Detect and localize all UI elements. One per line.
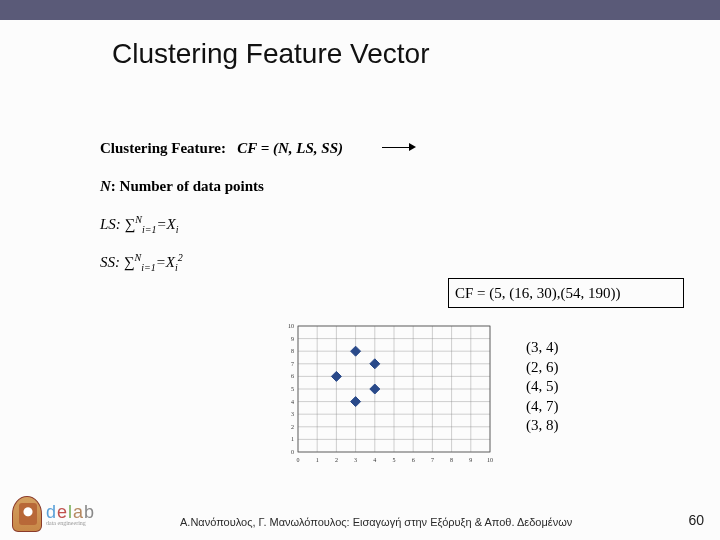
sigma-icon: ∑	[124, 254, 135, 270]
footer-text: Α.Νανόπουλος, Γ. Μανωλόπουλος: Εισαγωγή …	[180, 516, 572, 528]
svg-text:2: 2	[335, 457, 338, 463]
svg-text:2: 2	[291, 424, 294, 430]
cf-feature-line: Clustering Feature: CF = (N, LS, SS)	[100, 140, 343, 157]
svg-text:3: 3	[291, 411, 294, 417]
ss-final-sub: i	[175, 262, 178, 273]
svg-text:5: 5	[393, 457, 396, 463]
n-symbol: N	[100, 178, 111, 194]
sigma-icon: ∑	[125, 216, 136, 232]
arrow-icon	[382, 144, 416, 150]
list-item: (3, 8)	[526, 416, 559, 436]
scatter-chart: 012345678910012345678910	[270, 320, 500, 470]
cf-value-text: CF = (5, (16, 30),(54, 190))	[455, 285, 621, 302]
svg-text:8: 8	[291, 348, 294, 354]
svg-text:0: 0	[297, 457, 300, 463]
ls-definition: LS: ∑Ni=1=Xi	[100, 214, 179, 235]
list-item: (3, 4)	[526, 338, 559, 358]
list-item: (4, 7)	[526, 397, 559, 417]
ss-sub: i=1	[141, 262, 156, 273]
ss-definition: SS: ∑Ni=1=Xi2	[100, 252, 183, 273]
points-list: (3, 4) (2, 6) (4, 5) (4, 7) (3, 8)	[526, 338, 559, 436]
page-number: 60	[688, 512, 704, 528]
ss-final-sup: 2	[178, 252, 183, 263]
svg-text:10: 10	[487, 457, 493, 463]
ls-final-sub: i	[176, 224, 179, 235]
svg-text:5: 5	[291, 386, 294, 392]
svg-text:7: 7	[431, 457, 434, 463]
header-band	[0, 0, 720, 20]
crest-icon	[12, 496, 42, 532]
svg-text:4: 4	[373, 457, 376, 463]
list-item: (2, 6)	[526, 358, 559, 378]
svg-text:0: 0	[291, 449, 294, 455]
ls-sup: N	[135, 214, 142, 225]
svg-text:8: 8	[450, 457, 453, 463]
n-text: : Number of data points	[111, 178, 264, 194]
list-item: (4, 5)	[526, 377, 559, 397]
svg-text:1: 1	[291, 436, 294, 442]
svg-text:1: 1	[316, 457, 319, 463]
cf-feature-equation: CF = (N, LS, SS)	[237, 140, 343, 156]
page-title: Clustering Feature Vector	[112, 38, 430, 70]
ss-expr: =X	[156, 254, 175, 270]
svg-text:10: 10	[288, 323, 294, 329]
ss-label: SS:	[100, 254, 124, 270]
n-definition: N: Number of data points	[100, 178, 264, 195]
svg-text:6: 6	[412, 457, 415, 463]
cf-value-box: CF = (5, (16, 30),(54, 190))	[448, 278, 684, 308]
cf-feature-label: Clustering Feature:	[100, 140, 226, 156]
svg-text:3: 3	[354, 457, 357, 463]
svg-text:9: 9	[469, 457, 472, 463]
ls-sub: i=1	[142, 224, 157, 235]
svg-text:7: 7	[291, 361, 294, 367]
svg-text:9: 9	[291, 336, 294, 342]
ls-expr: =X	[157, 216, 176, 232]
ls-label: LS:	[100, 216, 125, 232]
svg-text:6: 6	[291, 373, 294, 379]
svg-text:4: 4	[291, 399, 294, 405]
logo-area: delab data engineering	[12, 496, 95, 532]
